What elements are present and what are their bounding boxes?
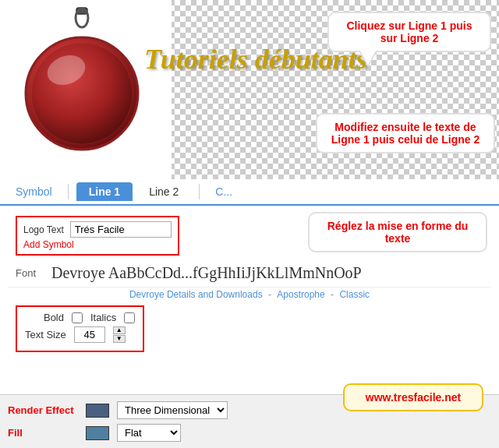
size-up-button[interactable]: ▲ (113, 326, 126, 334)
logo-text-input[interactable] (70, 221, 172, 238)
classic-link[interactable]: Classic (339, 289, 370, 300)
tab-line1[interactable]: Line 1 (76, 182, 133, 201)
logo-text-section: Logo Text Add Symbol (16, 216, 179, 256)
tabs-row: Symbol Line 1 Line 2 C... (0, 179, 499, 206)
tab-color[interactable]: C... (207, 182, 240, 201)
tab-symbol[interactable]: Symbol (8, 182, 60, 201)
fill-row: Fill Flat Gradient Pattern (8, 424, 491, 442)
apostrophe-link[interactable]: Apostrophe (277, 289, 324, 300)
tab-line2[interactable]: Line 2 (136, 182, 191, 201)
size-spinner: ▲ ▼ (113, 326, 126, 343)
add-symbol-link[interactable]: Add Symbol (23, 239, 172, 250)
bold-italics-row: Bold Italics (25, 312, 135, 323)
tooltip-bubble-3: Réglez la mise en forme du texte (308, 212, 487, 252)
tab-divider (68, 184, 69, 199)
format-section: Bold Italics Text Size ▲ ▼ (16, 305, 144, 352)
main-content: Logo Text Add Symbol Réglez la mise en f… (0, 206, 499, 362)
website-bubble: www.tresfacile.net (343, 383, 483, 411)
fill-color-swatch[interactable] (86, 426, 109, 440)
bubble2-text: Modifiez ensuite le texte de Ligne 1 pui… (331, 121, 480, 146)
italics-checkbox[interactable] (124, 312, 135, 323)
render-label: Render Effect (8, 404, 78, 416)
bubble3-text: Réglez la mise en forme du texte (327, 220, 469, 245)
top-area: Tutoriels débutants Cliquez sur Ligne 1 … (0, 0, 499, 179)
render-row: Render Effect Three Dimensional Flat Sha… (8, 401, 491, 419)
bubble1-text: Cliquez sur Ligne 1 puis sur Ligne 2 (346, 19, 472, 44)
logo-text-label: Logo Text (23, 224, 64, 235)
size-row: Text Size ▲ ▼ (25, 326, 135, 343)
fill-label: Fill (8, 427, 78, 439)
render-select[interactable]: Three Dimensional Flat Shadow (117, 401, 228, 419)
logo-image (16, 4, 156, 168)
fill-select[interactable]: Flat Gradient Pattern (117, 424, 181, 442)
bold-checkbox[interactable] (72, 312, 83, 323)
bold-label: Bold (25, 312, 64, 323)
size-down-button[interactable]: ▼ (113, 335, 126, 343)
font-sep2: - (331, 289, 336, 300)
svg-point-3 (31, 43, 133, 144)
italics-label: Italics (90, 312, 116, 323)
website-text: www.tresfacile.net (366, 391, 461, 404)
font-sample: Devroye AaBbCcDd...fGgHhIiJjKkLlMmNnOoP (51, 264, 483, 282)
tooltip-bubble-1: Cliquez sur Ligne 1 puis sur Ligne 2 (327, 12, 491, 52)
text-size-input[interactable] (74, 326, 105, 343)
text-size-label: Text Size (25, 329, 66, 340)
font-label: Font (16, 267, 45, 279)
tab-divider2 (199, 184, 200, 199)
font-details: Devroye Details and Downloads - Apostrop… (8, 287, 491, 302)
tooltip-bubble-2: Modifiez ensuite le texte de Ligne 1 pui… (316, 113, 495, 153)
font-details-link[interactable]: Devroye Details and Downloads (129, 289, 263, 300)
font-sep1: - (268, 289, 274, 300)
bottom-section: Render Effect Three Dimensional Flat Sha… (0, 394, 499, 448)
render-color-swatch[interactable] (86, 404, 109, 418)
font-row: Font Devroye AaBbCcDd...fGgHhIiJjKkLlMmN… (8, 259, 491, 287)
